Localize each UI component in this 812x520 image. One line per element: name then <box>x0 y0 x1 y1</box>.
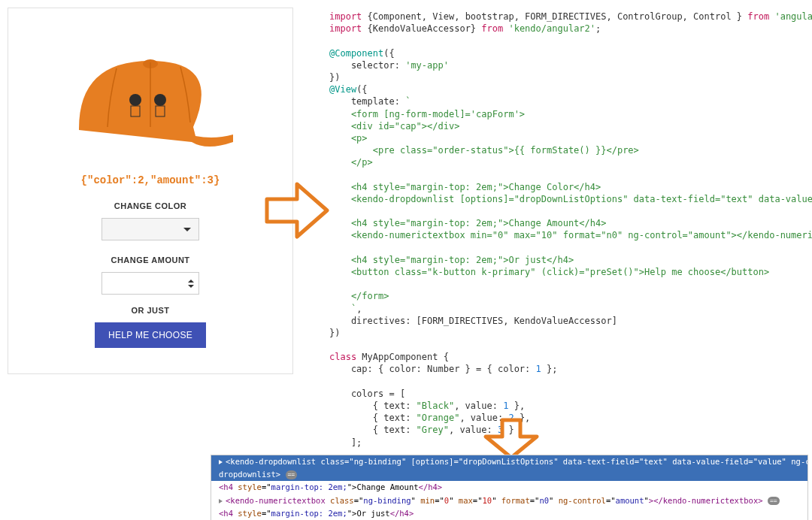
devtools-selected-node[interactable]: <kendo-dropdownlist class="ng-binding" [… <box>211 455 807 468</box>
color-dropdown[interactable] <box>102 218 199 240</box>
amount-numerictextbox[interactable] <box>102 272 199 295</box>
devtools-node-numerictextbox[interactable]: <kendo-numerictextbox class="ng-binding"… <box>211 494 807 507</box>
svg-point-3 <box>154 94 166 106</box>
chevron-down-icon <box>183 228 191 231</box>
devtools-selected-node-cont[interactable]: dropdownlist> == <box>211 468 807 481</box>
order-status-json: {"color":2,"amount":3} <box>8 174 292 186</box>
svg-rect-2 <box>131 106 140 116</box>
arrow-right-icon <box>263 180 331 240</box>
label-or-just: OR JUST <box>8 306 292 315</box>
devtools-node-h4-orjust[interactable]: <h4 style="margin-top: 2em;">Or just</h4… <box>211 507 807 520</box>
source-code-block: import {Component, View, bootstrap, FORM… <box>329 11 810 485</box>
cap-image <box>64 31 237 159</box>
help-me-choose-button[interactable]: HELP ME CHOOSE <box>95 322 206 348</box>
devtools-elements-panel[interactable]: <kendo-dropdownlist class="ng-binding" [… <box>211 455 808 520</box>
svg-rect-4 <box>156 106 165 116</box>
label-change-amount: CHANGE AMOUNT <box>8 255 292 265</box>
svg-point-1 <box>129 94 141 106</box>
devtools-node-h4-amount[interactable]: <h4 style="margin-top: 2em;">Change Amou… <box>211 481 807 494</box>
spinner-arrows-icon <box>188 280 194 288</box>
label-change-color: CHANGE COLOR <box>8 201 292 210</box>
preview-panel: {"color":2,"amount":3} CHANGE COLOR CHAN… <box>8 8 293 374</box>
